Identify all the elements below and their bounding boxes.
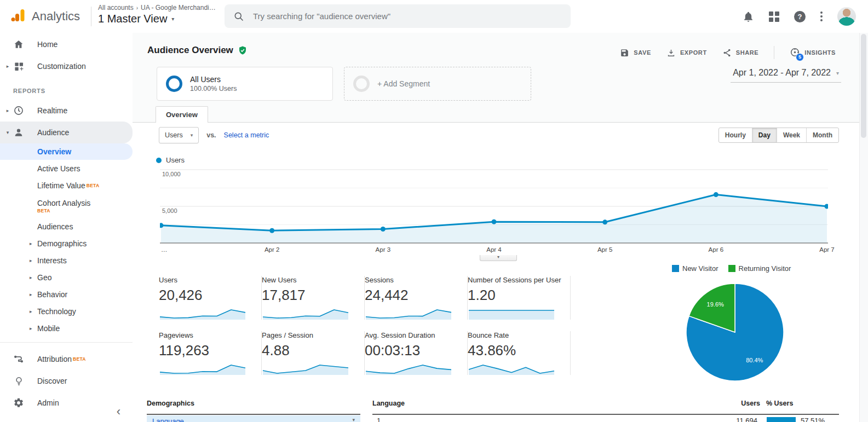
expand-arrow-icon[interactable]: ▸ <box>3 108 12 113</box>
expand-arrow-icon[interactable]: ▸ <box>30 258 32 263</box>
sidebar-nav: Home ▸ Customization REPORTS ▸ Realtime <box>0 33 133 422</box>
sparkline <box>365 306 452 320</box>
metric-card-sessions[interactable]: Sessions 24,442 <box>365 276 468 320</box>
sidebar-item-cohort-analysis[interactable]: Cohort Analysis BETA <box>0 194 133 218</box>
brand-name: Analytics <box>32 9 80 24</box>
help-icon[interactable]: ? <box>794 11 806 22</box>
sparkline <box>468 306 555 320</box>
expand-arrow-icon[interactable]: ▸ <box>30 326 32 331</box>
x-axis-tick-label: … <box>161 246 168 253</box>
annotations-pull-tab[interactable]: ▾ <box>480 255 517 261</box>
granularity-week-button[interactable]: Week <box>777 128 806 142</box>
main-content: Audience Overview SAVE EXPORT <box>133 33 860 422</box>
breadcrumb[interactable]: All accounts › UA - Google Merchandi… <box>98 4 216 11</box>
metric-dropdown[interactable]: Users ▾ <box>159 127 199 143</box>
sidebar-item-audience[interactable]: ▾ Audience <box>0 122 133 143</box>
segment-title: All Users <box>190 75 237 84</box>
sparkline <box>262 306 349 320</box>
demographics-language-item[interactable]: Language ▾ <box>147 415 360 422</box>
users-timeseries-chart[interactable]: 10,000 5,000 …Apr 2Apr 3Apr 4Apr 5Apr 6A… <box>160 164 828 263</box>
metric-card-pages-per-session[interactable]: Pages / Session 4.88 <box>262 331 365 375</box>
expand-arrow-icon[interactable]: ▸ <box>30 275 32 280</box>
expand-arrow-icon[interactable]: ▸ <box>30 241 32 246</box>
breadcrumb-root[interactable]: All accounts <box>98 4 134 11</box>
segment-all-users[interactable]: All Users 100.00% Users <box>157 67 333 101</box>
sidebar-item-behavior[interactable]: ▸ Behavior <box>0 286 133 303</box>
collapse-arrow-icon[interactable]: ▾ <box>3 130 12 135</box>
sidebar-item-lifetime-value[interactable]: Lifetime Value BETA <box>0 177 133 194</box>
insights-count-badge: 5 <box>796 53 804 61</box>
select-metric-link[interactable]: Select a metric <box>224 131 269 139</box>
metric-card-sessions-per-user[interactable]: Number of Sessions per User 1.20 <box>468 276 571 320</box>
legend-label: Users <box>166 156 185 164</box>
sort-caret-icon[interactable]: ▾ <box>352 417 355 422</box>
visitor-type-pie-chart[interactable]: 80.4%19.6% <box>685 282 785 383</box>
vs-label: vs. <box>206 131 216 139</box>
search-bar[interactable] <box>225 4 571 28</box>
sidebar-item-realtime[interactable]: ▸ Realtime <box>0 100 133 122</box>
sidebar-item-demographics[interactable]: ▸ Demographics <box>0 235 133 252</box>
timeseries-svg <box>160 164 828 246</box>
collapse-sidebar-chevron-icon[interactable]: ‹ <box>117 407 120 417</box>
save-button[interactable]: SAVE <box>620 48 651 57</box>
user-avatar[interactable] <box>837 7 856 26</box>
sidebar-item-overview[interactable]: Overview <box>0 143 133 160</box>
insights-button[interactable]: 5 INSIGHTS <box>790 47 836 59</box>
tab-overview[interactable]: Overview <box>156 106 208 123</box>
granularity-month-button[interactable]: Month <box>806 128 838 142</box>
sidebar-item-active-users[interactable]: Active Users <box>0 160 133 177</box>
date-range-caret-icon: ▾ <box>836 70 839 76</box>
sidebar-item-mobile[interactable]: ▸ Mobile <box>0 320 133 337</box>
sidebar-item-audiences[interactable]: Audiences <box>0 218 133 235</box>
save-icon <box>620 48 629 57</box>
metric-card-new-users[interactable]: New Users 17,817 <box>262 276 365 320</box>
expand-arrow-icon[interactable]: ▸ <box>30 292 32 297</box>
sidebar-item-geo[interactable]: ▸ Geo <box>0 269 133 286</box>
metric-card-bounce-rate[interactable]: Bounce Rate 43.86% <box>468 331 571 375</box>
sidebar-item-interests[interactable]: ▸ Interests <box>0 252 133 269</box>
column-header-users[interactable]: Users <box>705 400 760 407</box>
export-button[interactable]: EXPORT <box>666 48 707 57</box>
table-row[interactable]: 1. 11,694 57.51% <box>372 417 839 422</box>
sidebar-item-technology[interactable]: ▸ Technology <box>0 303 133 320</box>
sidebar-item-home[interactable]: Home <box>0 33 133 55</box>
view-name[interactable]: 1 Master View <box>98 13 167 25</box>
scrollbar-thumb[interactable] <box>861 34 866 138</box>
sidebar-item-admin[interactable]: Admin <box>0 392 133 414</box>
view-dropdown-caret-icon[interactable]: ▾ <box>171 16 174 22</box>
date-range-selector[interactable]: Apr 1, 2022 - Apr 7, 2022 ▾ <box>731 68 841 83</box>
logo[interactable]: Analytics <box>10 7 80 26</box>
metric-card-avg-session-duration[interactable]: Avg. Session Duration 00:03:13 <box>365 331 468 375</box>
sidebar-item-attribution[interactable]: Attribution BETA <box>0 348 133 370</box>
legend-dot-icon <box>156 158 162 163</box>
column-header-pct-users[interactable]: % Users <box>766 400 804 407</box>
sidebar-item-label: Overview <box>37 147 71 156</box>
sidebar-item-customization[interactable]: ▸ Customization <box>0 55 133 77</box>
sparkline <box>159 361 246 375</box>
granularity-hourly-button[interactable]: Hourly <box>719 128 752 142</box>
home-icon <box>12 39 25 50</box>
x-axis-tick-label: Apr 5 <box>597 246 613 253</box>
view-selector[interactable]: 1 Master View ▾ <box>98 13 216 25</box>
metric-card-pageviews[interactable]: Pageviews 119,263 <box>159 331 262 375</box>
reports-section-label: REPORTS <box>13 88 133 95</box>
page-scrollbar[interactable] <box>859 33 868 422</box>
expand-arrow-icon[interactable]: ▸ <box>30 309 32 314</box>
granularity-day-button[interactable]: Day <box>752 128 777 142</box>
beta-badge: BETA <box>87 183 100 188</box>
pie-slice-label: 19.6% <box>707 301 724 308</box>
search-input[interactable] <box>252 11 571 21</box>
sidebar-item-discover[interactable]: Discover <box>0 370 133 392</box>
column-header-language[interactable]: Language <box>372 400 405 407</box>
more-options-icon[interactable] <box>820 11 823 21</box>
metric-picker: Users ▾ vs. Select a metric <box>159 127 269 143</box>
notifications-bell-icon[interactable] <box>743 11 754 22</box>
language-table-widget: Language Users % Users 1. 11,694 57.51% <box>372 398 839 422</box>
metric-card-users[interactable]: Users 20,426 <box>159 276 262 320</box>
google-apps-grid-icon[interactable] <box>769 11 779 22</box>
share-button[interactable]: SHARE <box>722 48 759 57</box>
add-segment-button[interactable]: + Add Segment <box>344 67 531 101</box>
export-download-icon <box>666 48 676 57</box>
expand-arrow-icon[interactable]: ▸ <box>3 63 12 69</box>
breadcrumb-current[interactable]: UA - Google Merchandi… <box>141 4 216 11</box>
